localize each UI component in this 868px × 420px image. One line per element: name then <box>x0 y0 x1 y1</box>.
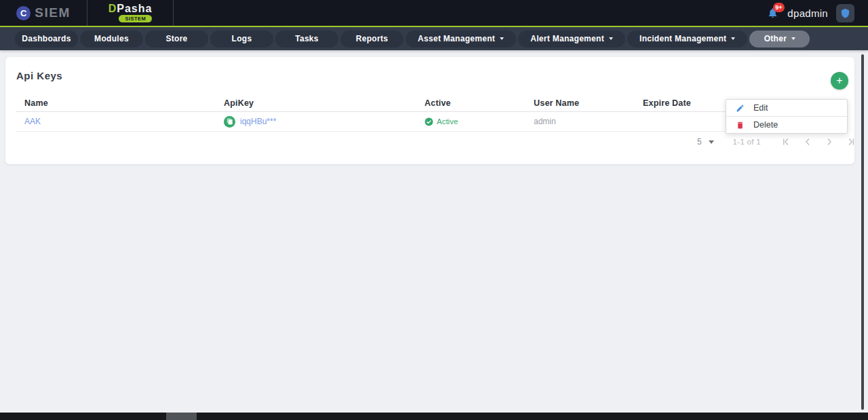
dpasha-sistem-badge: SISTEM <box>119 15 152 22</box>
dpasha-logo: DPasha SISTEM <box>87 0 174 26</box>
chevron-down-icon <box>731 37 735 40</box>
main-navbar: Dashboards Modules Store Logs Tasks Repo… <box>0 27 868 50</box>
notification-count-badge: 9+ <box>773 3 784 12</box>
chevron-down-icon <box>609 37 613 40</box>
notifications-button[interactable]: 9+ <box>767 7 779 19</box>
pagination-range-label: 1-1 of 1 <box>733 138 761 146</box>
chevron-down-icon <box>791 37 795 40</box>
nav-modules[interactable]: Modules <box>80 31 143 47</box>
nav-reports-label: Reports <box>356 34 388 43</box>
chevron-left-icon <box>802 136 814 148</box>
shield-icon <box>840 8 850 18</box>
chevron-right-icon <box>823 136 835 148</box>
menu-item-edit-label: Edit <box>753 103 768 113</box>
next-page-button[interactable] <box>823 136 835 148</box>
nav-dashboards-label: Dashboards <box>22 34 71 43</box>
menu-item-delete[interactable]: Delete <box>726 117 847 133</box>
bottom-bar <box>0 413 868 420</box>
add-api-key-button[interactable]: + <box>831 72 848 90</box>
profile-shield-button[interactable] <box>836 4 854 22</box>
last-page-button[interactable] <box>845 136 857 148</box>
cell-apikey: iqqHBu*** <box>216 116 416 128</box>
bottom-bar-segment <box>166 413 197 420</box>
apikey-masked-value[interactable]: iqqHBu*** <box>240 117 276 126</box>
page-title: Api Keys <box>16 70 62 81</box>
column-header-apikey: ApiKey <box>216 98 416 108</box>
cell-name-link[interactable]: AAK <box>16 117 216 126</box>
table-row: AAK iqqHBu*** Active admin <box>16 112 844 132</box>
page-size-selector[interactable]: 5 <box>697 137 714 147</box>
nav-asset-management-label: Asset Management <box>418 34 495 43</box>
chevron-down-icon <box>709 140 714 144</box>
first-page-icon <box>780 136 792 148</box>
previous-page-button[interactable] <box>802 136 814 148</box>
username-label: dpadmin <box>787 7 828 19</box>
row-actions-context-menu: Edit Delete <box>726 99 848 134</box>
nav-logs-label: Logs <box>232 34 252 43</box>
cell-user-name: admin <box>526 117 635 126</box>
chevron-down-icon <box>500 37 504 40</box>
edit-pencil-icon <box>736 104 745 113</box>
nav-asset-management[interactable]: Asset Management <box>406 31 516 47</box>
nav-incident-management[interactable]: Incident Management <box>627 31 747 47</box>
column-header-active: Active <box>416 98 526 108</box>
menu-item-delete-label: Delete <box>753 120 778 130</box>
table-header-row: Name ApiKey Active User Name Expire Date <box>16 95 844 112</box>
column-header-name: Name <box>16 98 216 108</box>
nav-reports[interactable]: Reports <box>340 31 403 47</box>
topbar-right-cluster: 9+ dpadmin <box>767 4 854 22</box>
nav-store[interactable]: Store <box>145 31 208 47</box>
pager-buttons <box>780 136 857 148</box>
siem-logo-text: SIEM <box>35 5 70 20</box>
nav-dashboards[interactable]: Dashboards <box>15 31 78 47</box>
status-badge: Active <box>437 117 458 126</box>
copy-apikey-button[interactable] <box>224 116 235 128</box>
api-keys-table: Name ApiKey Active User Name Expire Date… <box>16 95 844 132</box>
nav-modules-label: Modules <box>94 34 129 43</box>
copy-icon <box>226 118 233 125</box>
dpasha-logo-inner: DPasha SISTEM <box>108 3 153 22</box>
plus-icon: + <box>836 75 842 86</box>
last-page-icon <box>845 136 857 148</box>
nav-alert-management-label: Alert Management <box>530 34 604 43</box>
dpasha-logo-text: DPasha <box>108 3 153 14</box>
dpasha-logo-rest: Pasha <box>117 3 152 14</box>
menu-item-edit[interactable]: Edit <box>726 100 847 116</box>
nav-store-label: Store <box>165 34 187 43</box>
delete-trash-icon <box>736 121 745 130</box>
vertical-scrollbar-thumb[interactable] <box>861 54 864 410</box>
page-size-value: 5 <box>697 137 702 147</box>
nav-other[interactable]: Other <box>749 31 810 47</box>
siem-logo-c-icon: C <box>16 6 31 20</box>
nav-tasks-label: Tasks <box>295 34 319 43</box>
top-header-bar: C SIEM DPasha SISTEM 9+ dpadmin <box>0 0 868 27</box>
nav-tasks[interactable]: Tasks <box>275 31 338 47</box>
nav-logs[interactable]: Logs <box>210 31 273 47</box>
nav-alert-management[interactable]: Alert Management <box>518 31 625 47</box>
column-header-user-name: User Name <box>526 98 635 108</box>
check-circle-icon <box>425 117 433 126</box>
nav-other-label: Other <box>764 34 787 43</box>
table-pagination: 5 1-1 of 1 <box>697 134 857 149</box>
siem-logo: C SIEM <box>0 0 87 26</box>
first-page-button[interactable] <box>780 136 792 148</box>
cell-active-status: Active <box>416 117 526 126</box>
dpasha-logo-d: D <box>108 3 117 14</box>
nav-incident-management-label: Incident Management <box>639 34 726 43</box>
